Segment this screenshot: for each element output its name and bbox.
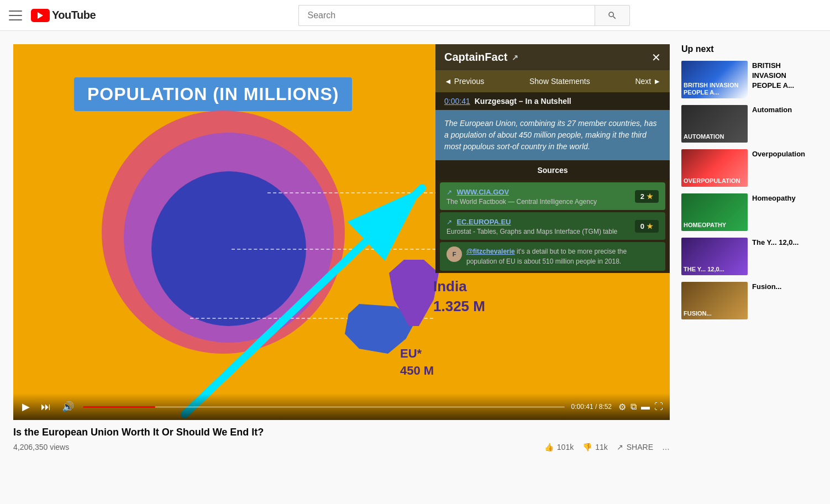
- thumbs-up-icon: 👍: [544, 443, 554, 452]
- video-title: Is the European Union Worth It Or Should…: [13, 427, 670, 438]
- sidebar-video-5[interactable]: THE Y... 12,0... The Y... 12,0...: [681, 238, 817, 275]
- statement-source-title: Kurzgesagt – In a Nutshell: [475, 97, 571, 106]
- sidebar-thumb-4: HOMEOPATHY: [681, 193, 748, 231]
- panel-timestamp: 0:00:41 Kurzgesagt – In a Nutshell: [435, 92, 670, 110]
- sidebar-video-info-6: Fusion...: [752, 282, 817, 319]
- right-sidebar: Up next BRITISH INVASIONPEOPLE A... BRIT…: [681, 44, 817, 458]
- share-button[interactable]: ↗ SHARE: [617, 443, 653, 452]
- source2-desc: Eurostat - Tables, Graphs and Maps Inter…: [446, 228, 631, 235]
- search-button[interactable]: [595, 5, 630, 26]
- source-item-2: ↗ EC.EUROPA.EU Eurostat - Tables, Graphs…: [440, 212, 665, 240]
- progress-fill: [83, 406, 155, 408]
- search-container: [298, 5, 630, 26]
- dislike-button[interactable]: 👎 11k: [582, 443, 608, 452]
- comment-item: F @fitzchevalerie it's a detail but to b…: [440, 242, 665, 271]
- search-input[interactable]: [298, 5, 595, 26]
- show-statements-button[interactable]: Show Statements: [521, 75, 599, 88]
- sidebar-video-3[interactable]: OVERPOPULATION Overpopulation: [681, 149, 817, 187]
- eu-label: EU*450 M: [400, 345, 434, 380]
- source1-desc: The World Factbook — Central Intelligenc…: [446, 198, 631, 206]
- dotted-line-2: [232, 249, 453, 250]
- sidebar-thumb-text-3: OVERPOPULATION: [681, 149, 748, 187]
- sidebar-video-info-2: Automation: [752, 105, 817, 143]
- sidebar-video-title-2: Automation: [752, 105, 817, 115]
- population-title: POPULATION (IN MILLIONS): [74, 77, 352, 111]
- external-link-icon[interactable]: ↗: [512, 53, 518, 62]
- hamburger-menu[interactable]: [9, 11, 22, 20]
- video-actions: 👍 101k 👎 11k ↗ SHARE …: [544, 443, 670, 452]
- skip-button[interactable]: ⏭: [39, 399, 53, 415]
- time-display: 0:00:41 / 8:52: [571, 403, 612, 411]
- captainfact-panel: CaptainFact ↗ ✕ ◄ Previous Show Statemen…: [435, 44, 670, 273]
- video-controls: ▶ ⏭ 🔊 0:00:41 / 8:52 ⚙ ⧉ ▬ ⛶: [13, 393, 670, 420]
- video-area: POPULATION (IN MILLIONS) India1.325 M EU…: [13, 44, 673, 458]
- video-meta: 4,206,350 views 👍 101k 👎 11k ↗ SHARE: [13, 443, 670, 452]
- more-icon: …: [662, 443, 670, 452]
- sidebar-thumb-3: OVERPOPULATION: [681, 149, 748, 187]
- sidebar-thumb-text-5: THE Y... 12,0...: [681, 238, 748, 275]
- comment-user-link[interactable]: @fitzchevalerie: [466, 248, 515, 255]
- sidebar-thumb-text-6: FUSION...: [681, 282, 748, 319]
- source-left-1: ↗ WWW.CIA.GOV The World Factbook — Centr…: [446, 187, 631, 206]
- sidebar-video-title-6: Fusion...: [752, 282, 817, 292]
- sidebar-video-1[interactable]: BRITISH INVASIONPEOPLE A... BRITISH INVA…: [681, 61, 817, 98]
- video-player[interactable]: POPULATION (IN MILLIONS) India1.325 M EU…: [13, 44, 670, 420]
- india-label: India1.325 M: [433, 276, 485, 317]
- like-button[interactable]: 👍 101k: [544, 443, 574, 452]
- source1-link[interactable]: WWW.CIA.GOV: [456, 188, 509, 196]
- source2-star: ★: [647, 222, 653, 230]
- sidebar-video-6[interactable]: FUSION... Fusion...: [681, 282, 817, 319]
- sidebar-thumb-1: BRITISH INVASIONPEOPLE A...: [681, 61, 748, 98]
- sidebar-thumb-5: THE Y... 12,0...: [681, 238, 748, 275]
- source2-score: 0 ★: [635, 220, 659, 233]
- volume-button[interactable]: 🔊: [60, 398, 76, 415]
- timestamp-link[interactable]: 0:00:41: [444, 97, 470, 106]
- dislike-count: 11k: [595, 443, 608, 452]
- settings-icon[interactable]: ⚙: [618, 402, 626, 412]
- sidebar-video-info-1: BRITISH INVASION PEOPLE A...: [752, 61, 817, 98]
- more-button[interactable]: …: [662, 443, 670, 452]
- sidebar-thumb-text-2: AUTOMATION: [681, 105, 748, 143]
- panel-header: CaptainFact ↗ ✕: [435, 44, 670, 70]
- previous-button[interactable]: ◄ Previous: [435, 75, 493, 88]
- top-navigation: YouTube: [0, 0, 830, 31]
- source1-score-value: 2: [640, 192, 644, 201]
- theater-icon[interactable]: ▬: [641, 402, 650, 412]
- source2-link[interactable]: EC.EUROPA.EU: [456, 218, 511, 226]
- main-content: POPULATION (IN MILLIONS) India1.325 M EU…: [0, 31, 830, 458]
- youtube-wordmark: YouTube: [52, 9, 96, 22]
- sidebar-video-title-1: BRITISH INVASION PEOPLE A...: [752, 61, 817, 91]
- view-count: 4,206,350 views: [13, 443, 69, 452]
- sidebar-video-info-3: Overpopulation: [752, 149, 817, 187]
- youtube-logo[interactable]: YouTube: [31, 9, 96, 22]
- progress-bar[interactable]: [83, 406, 565, 408]
- sidebar-thumb-text-1: BRITISH INVASIONPEOPLE A...: [681, 61, 748, 98]
- next-button[interactable]: Next ►: [626, 75, 670, 88]
- sidebar-video-2[interactable]: AUTOMATION Automation: [681, 105, 817, 143]
- fullscreen-icon[interactable]: ⛶: [654, 402, 663, 412]
- panel-navigation: ◄ Previous Show Statements Next ►: [435, 70, 670, 92]
- miniplayer-icon[interactable]: ⧉: [631, 402, 637, 412]
- sidebar-thumb-6: FUSION...: [681, 282, 748, 319]
- sidebar-thumb-2: AUTOMATION: [681, 105, 748, 143]
- source-left-2: ↗ EC.EUROPA.EU Eurostat - Tables, Graphs…: [446, 217, 631, 235]
- source-item-1: ↗ WWW.CIA.GOV The World Factbook — Centr…: [440, 182, 665, 210]
- thumbs-down-icon: 👎: [582, 443, 592, 452]
- video-info: Is the European Union Worth It Or Should…: [13, 420, 670, 458]
- video-wrapper: POPULATION (IN MILLIONS) India1.325 M EU…: [13, 44, 670, 458]
- panel-title: CaptainFact ↗: [444, 51, 518, 64]
- sidebar-video-4[interactable]: HOMEOPATHY Homeopathy: [681, 193, 817, 231]
- panel-quote: The European Union, combining its 27 mem…: [435, 110, 670, 160]
- share-icon: ↗: [617, 443, 623, 452]
- comment-text: @fitzchevalerie it's a detail but to be …: [466, 246, 659, 266]
- sidebar-video-title-4: Homeopathy: [752, 193, 817, 203]
- like-count: 101k: [557, 443, 574, 452]
- close-button[interactable]: ✕: [652, 52, 661, 63]
- sidebar-video-title-5: The Y... 12,0...: [752, 238, 817, 248]
- play-button[interactable]: ▶: [20, 398, 32, 415]
- control-icons: ⚙ ⧉ ▬ ⛶: [618, 402, 663, 412]
- sidebar-video-title-3: Overpopulation: [752, 149, 817, 159]
- sidebar-thumb-text-4: HOMEOPATHY: [681, 193, 748, 231]
- comment-avatar: F: [446, 246, 462, 262]
- captainfact-title-text: CaptainFact: [444, 51, 507, 64]
